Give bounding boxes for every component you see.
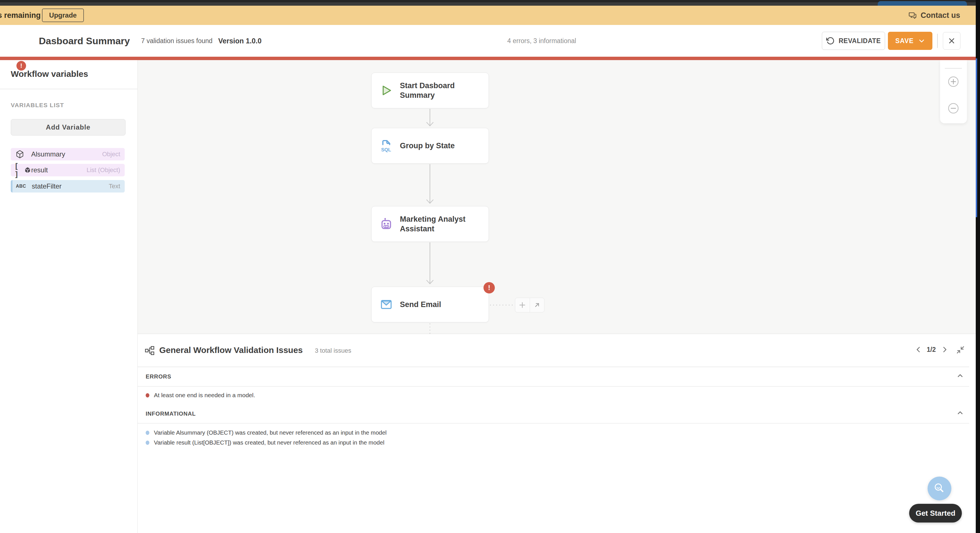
zoom-out-button[interactable] <box>948 103 959 114</box>
resource-center-fab[interactable] <box>928 477 951 500</box>
node-group-by-state[interactable]: SQL Group by State <box>371 128 489 164</box>
browser-top-strip <box>0 0 980 2</box>
abc-icon: ABC <box>16 184 32 189</box>
variable-type: Object <box>102 150 120 158</box>
node-label: Marketing Analyst Assistant <box>400 214 488 234</box>
plus-icon <box>518 301 527 309</box>
workflow-connectors <box>138 60 980 334</box>
variable-name: stateFilter <box>32 182 109 190</box>
trial-banner: s remaining Upgrade Contact us <box>0 6 980 25</box>
validation-issues-note: 7 validation issues found <box>141 37 213 45</box>
error-status-icon: ! <box>16 61 26 70</box>
node-error-badge: ! <box>484 282 495 294</box>
variables-sidebar: Workflow variables VARIABLES LIST Add Va… <box>0 60 138 533</box>
version-label: Version 1.0.0 <box>218 37 262 45</box>
browser-toolbar-strip <box>0 2 980 6</box>
page-next-button[interactable] <box>940 345 949 354</box>
issues-panel-title: General Workflow Validation Issues <box>159 345 303 355</box>
zoom-in-icon <box>948 76 959 87</box>
errors-collapse-button[interactable] <box>956 372 964 380</box>
variables-list-label: VARIABLES LIST <box>11 102 64 109</box>
info-bullet-icon <box>146 440 150 445</box>
connect-node-button[interactable] <box>530 298 544 312</box>
sidebar-title: Workflow variables <box>11 69 88 79</box>
node-send-email[interactable]: Send Email <box>371 287 489 322</box>
informational-divider <box>138 423 969 424</box>
issues-total-label: 3 total issues <box>315 347 351 354</box>
robot-icon <box>379 217 393 231</box>
node-label: Group by State <box>400 141 460 150</box>
trial-remaining-text: s remaining <box>0 11 41 20</box>
workflow-title: Dasboard Summary <box>39 35 130 46</box>
issue-text: At least one end is needed in a model. <box>154 392 255 399</box>
envelope-icon <box>379 298 393 311</box>
svg-text:SQL: SQL <box>381 147 391 153</box>
magnifier-smile-icon <box>933 482 946 495</box>
contact-us-button[interactable]: Contact us <box>908 11 960 20</box>
save-label: SAVE <box>895 37 914 45</box>
zoom-out-icon <box>948 103 959 114</box>
revalidate-button[interactable]: REVALIDATE <box>822 32 885 50</box>
add-node-button[interactable] <box>515 298 530 312</box>
close-button[interactable] <box>943 32 961 49</box>
page-prev-button[interactable] <box>914 345 923 354</box>
variable-type: List (Object) <box>86 166 120 174</box>
workflow-editor-app: s remaining Upgrade Contact us ! Dasboar… <box>0 0 980 533</box>
workflow-header: ! Dasboard Summary 7 validation issues f… <box>0 25 980 57</box>
sidebar-divider <box>0 89 137 89</box>
zoom-panel-divider <box>945 68 962 69</box>
error-issue-item[interactable]: At least one end is needed in a model. <box>146 392 255 399</box>
scrollbar-thumb[interactable] <box>976 58 977 217</box>
informational-issue-item[interactable]: Variable Alsummary (OBJECT) was created,… <box>146 429 387 436</box>
errors-section-label: ERRORS <box>146 373 171 380</box>
close-icon <box>947 37 956 45</box>
browser-scrollbar <box>976 0 980 533</box>
node-marketing-analyst[interactable]: Marketing Analyst Assistant <box>371 206 489 242</box>
browser-tab <box>878 1 967 6</box>
revalidate-label: REVALIDATE <box>838 37 881 45</box>
informational-collapse-button[interactable] <box>956 409 964 417</box>
node-start[interactable]: Start Dasboard Summary <box>371 73 489 108</box>
chevron-up-icon <box>956 409 964 417</box>
sql-file-icon: SQL <box>379 139 393 153</box>
save-button[interactable]: SAVE <box>888 32 932 50</box>
variable-type: Text <box>109 183 120 190</box>
rotate-ccw-icon <box>826 37 835 45</box>
chevron-up-icon <box>956 372 964 380</box>
contact-us-label: Contact us <box>921 11 960 20</box>
zoom-in-button[interactable] <box>948 76 959 87</box>
cube-outline-icon <box>15 150 31 159</box>
arrow-up-right-icon <box>533 302 541 309</box>
add-variable-button[interactable]: Add Variable <box>11 119 126 136</box>
variable-row-result[interactable]: [ ] result List (Object) <box>11 164 125 176</box>
informational-section-label: INFORMATIONAL <box>146 410 196 417</box>
variable-name: result <box>31 166 86 174</box>
play-icon <box>379 84 393 97</box>
get-started-button[interactable]: Get Started <box>909 504 962 522</box>
panel-header-border <box>138 367 969 367</box>
issue-text: Variable result (List[OBJECT]) was creat… <box>154 439 384 446</box>
collapse-panel-button[interactable] <box>956 346 965 354</box>
variable-name: Alsummary <box>31 150 102 158</box>
node-label: Start Dasboard Summary <box>400 81 488 100</box>
error-accent-bar <box>0 57 980 60</box>
informational-issue-item[interactable]: Variable result (List[OBJECT]) was creat… <box>146 439 384 446</box>
list-cube-icon: [ ] <box>15 162 31 178</box>
collapse-icon <box>956 346 965 354</box>
chat-icon <box>908 11 917 20</box>
issues-summary-label: 4 errors, 3 informational <box>507 37 576 45</box>
brackets-icon: [ ] <box>15 162 22 178</box>
issue-text: Variable Alsummary (OBJECT) was created,… <box>154 429 387 436</box>
validation-issues-panel: General Workflow Validation Issues 3 tot… <box>138 334 980 533</box>
errors-divider <box>138 386 969 387</box>
workflow-canvas[interactable]: Start Dasboard Summary SQL Group by Stat… <box>138 60 980 334</box>
error-bullet-icon <box>146 393 150 397</box>
variable-row-statefilter[interactable]: ABC stateFilter Text <box>11 180 125 193</box>
upgrade-button[interactable]: Upgrade <box>42 8 84 22</box>
node-label: Send Email <box>400 300 446 309</box>
variable-row-alsummary[interactable]: Alsummary Object <box>11 148 125 160</box>
workflow-icon <box>145 346 154 355</box>
node-connector-toolbar <box>515 298 544 313</box>
page-indicator: 1/2 <box>925 346 937 354</box>
info-bullet-icon <box>146 431 150 435</box>
